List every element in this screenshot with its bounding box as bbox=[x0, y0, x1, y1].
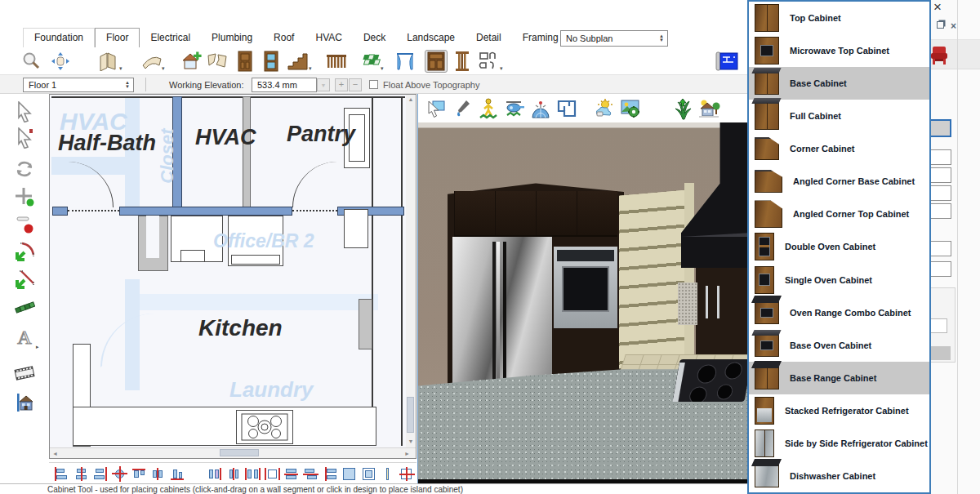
flooring-caret-icon[interactable]: ▾ bbox=[381, 65, 384, 72]
tab-roof[interactable]: Roof bbox=[263, 29, 305, 47]
dimension-icon[interactable] bbox=[13, 213, 36, 236]
cabinet-item-microwave-top-cabinet[interactable]: Microwave Top Cabinet bbox=[749, 34, 929, 67]
furniture-tool-icon[interactable] bbox=[929, 45, 949, 66]
flooring-tool-icon[interactable] bbox=[359, 50, 382, 73]
cabinet-align-icon-3[interactable] bbox=[93, 466, 109, 481]
floor-selector[interactable]: Floor 1 ▲▼ bbox=[23, 78, 134, 92]
rotate-icon[interactable] bbox=[13, 158, 36, 180]
float-above-topography-checkbox[interactable] bbox=[369, 80, 378, 89]
cabinet-align-icon-7[interactable] bbox=[170, 466, 185, 481]
text-tool-caret-icon[interactable]: ▸ bbox=[36, 344, 39, 350]
window-tool-icon[interactable] bbox=[260, 50, 283, 73]
tab-electrical[interactable]: Electrical bbox=[140, 29, 201, 47]
cabinet-item-angled-corner-base-cabinet[interactable]: Angled Corner Base Cabinet bbox=[749, 165, 929, 198]
cabinet-picture-icon[interactable] bbox=[361, 466, 376, 481]
cabinet-align-icon-11[interactable] bbox=[265, 466, 280, 481]
select-arrow-icon[interactable] bbox=[13, 100, 36, 123]
cabinet-align-icon-5[interactable] bbox=[131, 466, 147, 481]
cabinet-align-icon-15[interactable] bbox=[341, 466, 357, 481]
cabinet-item-top-cabinet[interactable]: Top Cabinet bbox=[749, 2, 929, 34]
elevation-decrease-button[interactable]: − bbox=[349, 78, 362, 91]
cabinet-item-side-by-side-refrigerator-cabinet[interactable]: Side by Side Refrigerator Cabinet bbox=[749, 427, 929, 460]
cabinet-align-icon-2[interactable] bbox=[74, 466, 89, 481]
cabinet-item-oven-range-combo-cabinet[interactable]: Oven Range Combo Cabinet bbox=[749, 296, 929, 329]
stairs-caret-icon[interactable]: ▾ bbox=[309, 65, 312, 72]
spinner-arrows-icon[interactable]: ▲▼ bbox=[659, 34, 664, 42]
scrollbar-thumb[interactable] bbox=[407, 397, 414, 433]
eyedropper-icon[interactable] bbox=[451, 97, 474, 120]
grow-plants-icon[interactable] bbox=[671, 97, 694, 120]
cabinet-item-angled-corner-top-cabinet[interactable]: Angled Corner Top Cabinet bbox=[749, 198, 929, 230]
scroll-right-icon[interactable]: ► bbox=[404, 451, 410, 456]
landscape-season-icon[interactable] bbox=[697, 97, 720, 120]
cabinet-item-base-cabinet[interactable]: Base Cabinet bbox=[749, 67, 929, 100]
door-tool-icon[interactable] bbox=[234, 50, 256, 73]
three-d-view[interactable] bbox=[417, 94, 747, 486]
floor-plan-view[interactable]: HVAC Half-Bath Closet HVAC Pantry Office… bbox=[49, 94, 416, 459]
stairs-tool-icon[interactable] bbox=[286, 50, 309, 73]
cabinet-item-dishwasher-cabinet[interactable]: Dishwasher Cabinet bbox=[749, 460, 929, 492]
tab-plumbing[interactable]: Plumbing bbox=[201, 29, 263, 47]
cabinet-align-icon-16[interactable] bbox=[399, 466, 415, 481]
wall-tool-icon[interactable] bbox=[98, 50, 121, 73]
tab-hvac[interactable]: HVAC bbox=[305, 29, 352, 47]
cabinet-align-icon-13[interactable] bbox=[303, 466, 318, 481]
custom-shapes-icon[interactable] bbox=[477, 50, 500, 73]
place-origin-icon[interactable] bbox=[13, 185, 36, 208]
curtains-tool-icon[interactable] bbox=[394, 50, 416, 73]
fillet-icon[interactable] bbox=[13, 241, 36, 264]
select-alternate-icon[interactable] bbox=[13, 127, 36, 149]
wall-tool-caret-icon[interactable]: ▾ bbox=[119, 65, 122, 72]
cabinet-item-double-oven-cabinet[interactable]: Double Oven Cabinet bbox=[749, 230, 929, 263]
floor-plan-canvas[interactable]: HVAC Half-Bath Closet HVAC Pantry Office… bbox=[50, 95, 406, 447]
cabinet-item-base-oven-cabinet[interactable]: Base Oven Cabinet bbox=[749, 329, 929, 362]
custom-shapes-caret-icon[interactable]: ▾ bbox=[500, 65, 503, 72]
cabinet-item-full-cabinet[interactable]: Full Cabinet bbox=[749, 100, 929, 132]
vertical-scrollbar[interactable]: ▲ ▼ bbox=[406, 95, 416, 447]
cabinet-align-icon-6[interactable] bbox=[150, 466, 166, 481]
column-tool-icon[interactable] bbox=[451, 50, 474, 73]
blueprint-icon[interactable] bbox=[715, 50, 738, 73]
tab-floor[interactable]: Floor bbox=[95, 28, 140, 47]
cabinet-align-icon-1[interactable] bbox=[55, 466, 70, 481]
pan-icon[interactable] bbox=[49, 50, 72, 73]
tab-foundation[interactable]: Foundation bbox=[23, 28, 95, 47]
floorplan-overlay-icon[interactable] bbox=[555, 97, 578, 120]
curved-wall-tool-icon[interactable] bbox=[140, 50, 163, 73]
cabinet-tool-icon[interactable] bbox=[425, 50, 448, 73]
add-room-icon[interactable] bbox=[180, 50, 203, 73]
cabinet-separator-icon[interactable] bbox=[380, 466, 395, 481]
tab-deck[interactable]: Deck bbox=[353, 29, 396, 47]
window-close-icon[interactable]: × bbox=[951, 20, 956, 32]
elevation-dropdown-button[interactable]: ▼ bbox=[317, 78, 330, 91]
render-settings-icon[interactable] bbox=[619, 97, 642, 120]
subplan-dropdown[interactable]: No Subplan ▲▼ bbox=[560, 30, 668, 47]
cabinet-align-icon-14[interactable] bbox=[323, 466, 338, 481]
cabinet-align-icon-8[interactable] bbox=[207, 466, 222, 481]
horizontal-scrollbar[interactable]: ◄ ► bbox=[50, 447, 416, 458]
cabinet-item-stacked-refrigerator-cabinet[interactable]: Stacked Refrigerator Cabinet bbox=[749, 394, 929, 427]
scroll-down-icon[interactable]: ▼ bbox=[406, 438, 416, 444]
elevation-view-icon[interactable] bbox=[13, 391, 36, 414]
cabinet-align-icon-9[interactable] bbox=[226, 466, 242, 481]
flyover-helicopter-icon[interactable] bbox=[503, 97, 526, 120]
scroll-left-icon[interactable]: ◄ bbox=[52, 451, 58, 456]
garden-border-icon[interactable] bbox=[13, 296, 36, 319]
cabinet-align-icon-4[interactable] bbox=[112, 466, 127, 481]
working-elevation-input[interactable]: 533.4 mm bbox=[252, 78, 317, 92]
chamfer-icon[interactable] bbox=[13, 269, 36, 292]
three-d-render[interactable] bbox=[418, 122, 748, 486]
walkthrough-person-icon[interactable] bbox=[477, 97, 500, 120]
scrollbar-thumb[interactable] bbox=[220, 449, 259, 456]
walkthrough-icon[interactable] bbox=[13, 362, 36, 385]
select-3d-icon[interactable] bbox=[425, 97, 448, 120]
panel-close-icon[interactable]: × bbox=[933, 0, 942, 16]
tab-detail[interactable]: Detail bbox=[466, 29, 512, 47]
cabinet-item-single-oven-cabinet[interactable]: Single Oven Cabinet bbox=[749, 264, 929, 296]
daylight-settings-icon[interactable] bbox=[593, 97, 616, 120]
text-tool-icon[interactable]: A bbox=[13, 326, 36, 349]
scroll-up-icon[interactable]: ▲ bbox=[406, 96, 416, 102]
cabinet-align-icon-12[interactable] bbox=[283, 466, 299, 481]
railing-tool-icon[interactable]: ( bbox=[325, 50, 348, 73]
curved-wall-caret-icon[interactable]: ▾ bbox=[162, 65, 165, 72]
